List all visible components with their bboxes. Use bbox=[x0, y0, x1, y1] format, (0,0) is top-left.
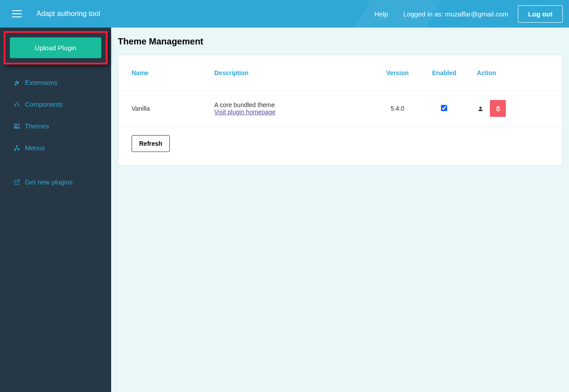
external-link-icon bbox=[13, 179, 20, 186]
delete-action-button[interactable] bbox=[490, 100, 506, 117]
user-action-button[interactable] bbox=[477, 102, 485, 116]
svg-rect-4 bbox=[18, 149, 20, 150]
table-footer: Refresh bbox=[118, 126, 562, 165]
col-header-name: Name bbox=[118, 55, 201, 91]
upload-plugin-highlight: Upload Plugin bbox=[4, 31, 108, 64]
sidebar-item-label: Components bbox=[25, 100, 63, 108]
cell-description: A core bundled theme Visit plugin homepa… bbox=[201, 91, 370, 126]
sidebar-nav: Extensions Components Themes Menus bbox=[0, 68, 111, 193]
cell-enabled bbox=[419, 91, 463, 126]
sidebar-item-extensions[interactable]: Extensions bbox=[0, 72, 111, 93]
col-header-version: Version bbox=[370, 55, 419, 91]
visit-plugin-homepage-link[interactable]: Visit plugin homepage bbox=[214, 108, 276, 116]
sidebar-item-label: Themes bbox=[25, 122, 49, 130]
table-row: Vanilla A core bundled theme Visit plugi… bbox=[118, 91, 562, 126]
logged-in-text: Logged in as: muzaffar@gmail.com bbox=[403, 10, 508, 18]
hamburger-icon bbox=[12, 10, 22, 17]
image-icon bbox=[13, 123, 20, 130]
logout-button[interactable]: Log out bbox=[518, 5, 563, 23]
upload-plugin-button[interactable]: Upload Plugin bbox=[10, 37, 101, 58]
sitemap-icon bbox=[13, 144, 20, 152]
theme-description-text: A core bundled theme bbox=[214, 101, 363, 108]
nav-separator bbox=[0, 159, 111, 171]
sidebar: Upload Plugin Extensions Components Them… bbox=[0, 28, 111, 392]
svg-rect-2 bbox=[16, 145, 18, 147]
col-header-enabled: Enabled bbox=[419, 55, 463, 91]
cubes-icon bbox=[13, 101, 20, 108]
svg-rect-3 bbox=[14, 149, 16, 150]
user-icon bbox=[478, 106, 483, 112]
main-content: Theme Management Name Description Versio… bbox=[111, 28, 569, 392]
cell-name: Vanilla bbox=[118, 91, 201, 126]
app-header: Adapt authoring tool Help Logged in as: … bbox=[0, 0, 569, 28]
table-header-row: Name Description Version Enabled Action bbox=[118, 55, 562, 91]
app-title: Adapt authoring tool bbox=[36, 10, 100, 18]
plug-icon bbox=[13, 79, 20, 86]
sidebar-item-menus[interactable]: Menus bbox=[0, 137, 111, 159]
sidebar-item-label: Menus bbox=[25, 144, 45, 152]
col-header-description: Description bbox=[201, 55, 370, 91]
logged-in-prefix: Logged in as: bbox=[403, 10, 445, 18]
trash-icon bbox=[495, 105, 501, 112]
page-title: Theme Management bbox=[118, 36, 562, 47]
user-email: muzaffar@gmail.com bbox=[445, 10, 508, 18]
theme-table: Name Description Version Enabled Action … bbox=[118, 55, 562, 126]
svg-point-1 bbox=[16, 125, 16, 126]
sidebar-item-themes[interactable]: Themes bbox=[0, 115, 111, 137]
help-link[interactable]: Help bbox=[374, 10, 388, 18]
sidebar-item-components[interactable]: Components bbox=[0, 93, 111, 115]
theme-table-panel: Name Description Version Enabled Action … bbox=[118, 55, 562, 166]
col-header-action: Action bbox=[463, 55, 562, 91]
sidebar-item-label: Get new plugins bbox=[25, 178, 73, 186]
enabled-checkbox[interactable] bbox=[441, 105, 447, 111]
sidebar-item-label: Extensions bbox=[25, 79, 57, 86]
cell-version: 5.4.0 bbox=[370, 91, 419, 126]
menu-toggle[interactable] bbox=[6, 3, 28, 24]
sidebar-item-get-new-plugins[interactable]: Get new plugins bbox=[0, 171, 111, 193]
cell-action bbox=[463, 91, 562, 126]
refresh-button[interactable]: Refresh bbox=[132, 135, 170, 152]
